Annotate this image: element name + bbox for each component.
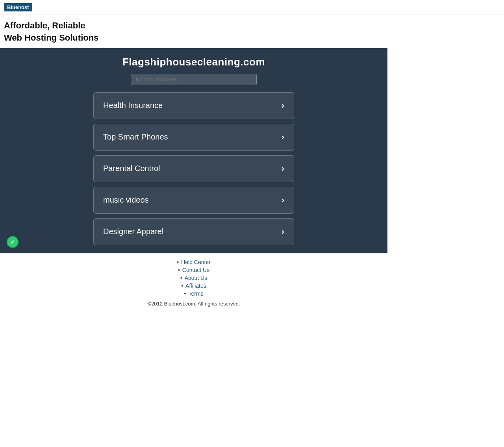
chevron-right-icon: › (282, 101, 284, 111)
chevron-right-icon: › (282, 195, 284, 205)
footer-nav-item: Affiliates (181, 283, 206, 289)
chevron-right-icon: › (282, 132, 284, 142)
svg-text:✓: ✓ (10, 239, 15, 245)
copyright: ©2012 Bluehost.com. All rights reserved. (0, 301, 387, 307)
search-bar-row (0, 74, 387, 85)
footer: Help CenterContact UsAbout UsAffiliatesT… (0, 253, 387, 311)
link-item[interactable]: Top Smart Phones› (93, 124, 294, 151)
footer-nav-link[interactable]: Help Center (181, 259, 211, 265)
search-input[interactable] (131, 74, 257, 85)
tagline-section: Affordable, Reliable Web Hosting Solutio… (0, 15, 504, 48)
footer-nav-link[interactable]: Affiliates (185, 283, 206, 289)
link-item-label: Parental Control (103, 164, 160, 173)
links-list: Health Insurance›Top Smart Phones›Parent… (0, 92, 387, 245)
link-item-label: music videos (103, 196, 149, 205)
chevron-right-icon: › (282, 164, 284, 174)
bluehost-logo-link[interactable]: Bluehost (4, 4, 32, 10)
footer-links: Help CenterContact UsAbout UsAffiliatesT… (0, 258, 387, 298)
link-item[interactable]: Designer Apparel› (93, 218, 294, 245)
link-item-label: Top Smart Phones (103, 132, 168, 142)
tagline-line1: Affordable, Reliable (4, 20, 85, 30)
footer-nav: Help CenterContact UsAbout UsAffiliatesT… (177, 258, 211, 298)
footer-nav-link[interactable]: Terms (188, 291, 203, 297)
footer-nav-item: Terms (184, 291, 203, 297)
link-item-label: Health Insurance (103, 101, 163, 110)
footer-nav-item: About Us (180, 275, 208, 281)
link-item-label: Designer Apparel (103, 227, 163, 236)
chevron-right-icon: › (282, 227, 284, 237)
footer-nav-item: Help Center (177, 259, 211, 265)
bluehost-logo: Bluehost (4, 3, 32, 11)
site-title: Flagshiphousecleaning.com (0, 56, 387, 68)
footer-nav-item: Contact Us (178, 267, 209, 273)
tagline: Affordable, Reliable Web Hosting Solutio… (4, 20, 500, 44)
link-item[interactable]: Parental Control› (93, 155, 294, 182)
link-item[interactable]: Health Insurance› (93, 92, 294, 119)
top-header: Bluehost (0, 0, 504, 15)
tagline-line2: Web Hosting Solutions (4, 33, 98, 43)
seal-badge: ✓ (6, 236, 19, 248)
footer-nav-link[interactable]: About Us (185, 275, 208, 281)
link-item[interactable]: music videos› (93, 187, 294, 214)
footer-nav-link[interactable]: Contact Us (182, 267, 209, 273)
main-content: Flagshiphousecleaning.com Health Insuran… (0, 48, 387, 253)
